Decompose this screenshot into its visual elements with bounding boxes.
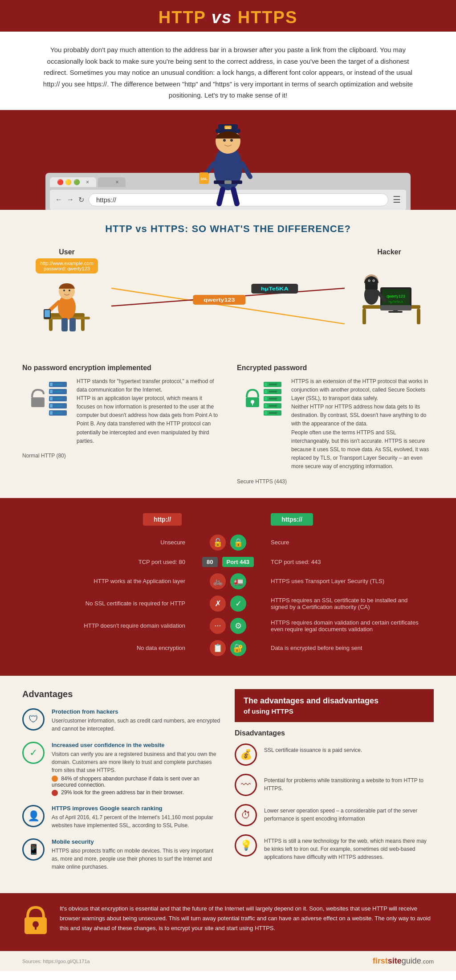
svg-text:qwerty123: qwerty123 [387, 294, 405, 298]
hacker-label: Hacker [345, 248, 434, 256]
footer-text: It's obvious that encryption is essentia… [60, 904, 434, 933]
svg-rect-53 [50, 383, 53, 386]
intro-section: You probably don't pay much attention to… [0, 32, 456, 112]
row3-left: HTTP works at the Application layer [36, 578, 192, 584]
user-speech-bubble: http://www.example.com password: qwerty1… [36, 258, 98, 274]
disadvantages-subtitle: Disadvantages [235, 729, 434, 737]
cross-icon: ✗ [210, 596, 226, 612]
svg-line-26 [49, 302, 59, 311]
brand-first: first [373, 956, 388, 965]
person-search-icon: 👤 [22, 805, 45, 827]
browser-tab-2[interactable]: × [98, 177, 126, 187]
svg-line-9 [242, 163, 250, 177]
https-description: HTTPS is an extension of the HTTP protoc… [291, 377, 434, 475]
svg-rect-84 [269, 412, 277, 414]
menu-button[interactable]: ☰ [393, 194, 401, 205]
svg-rect-74 [265, 390, 267, 393]
svg-rect-66 [54, 412, 62, 414]
footer-source: Sources: https://goo.gl/QL171a [22, 959, 90, 964]
pie-chart-84-icon [52, 776, 58, 782]
svg-point-6 [223, 139, 226, 142]
forward-button[interactable]: → [67, 196, 74, 204]
footer-bottom: Sources: https://goo.gl/QL171a firstsite… [0, 951, 456, 971]
brand-site: site [388, 956, 402, 965]
port-80-badge: 80 [202, 557, 217, 567]
refresh-button[interactable]: ↻ [78, 196, 84, 204]
svg-rect-71 [265, 383, 267, 386]
svg-text:SSL: SSL [225, 127, 231, 129]
difference-content: User http://www.example.com password: qw… [22, 248, 434, 342]
user-side: User http://www.example.com password: qw… [22, 248, 111, 335]
svg-rect-83 [265, 411, 267, 415]
row6-right: Data is encrypted before being sent [264, 645, 420, 651]
svg-rect-24 [61, 318, 68, 331]
svg-rect-65 [50, 411, 53, 415]
svg-line-10 [219, 189, 223, 204]
disadvantage-3-text: Lower server operation speed – a conside… [264, 804, 434, 823]
table-row-5: HTTP doesn't require domain validation ·… [36, 618, 420, 634]
police-figure: SSL SSL [192, 114, 264, 210]
row6-icons: 📋 🔐 [192, 640, 264, 656]
disadvantage-item-3: ⏱ Lower server operation speed – a consi… [235, 804, 434, 826]
https-column: Encrypted password [237, 364, 434, 485]
page-title: HTTP vs HTTPS [4, 8, 452, 27]
row4-left: No SSL certificate is required for HTTP [36, 600, 192, 607]
svg-rect-35 [417, 309, 420, 324]
svg-point-48 [373, 280, 375, 281]
advantage-item-2: ✓ Increased user confidence in the websi… [22, 742, 221, 796]
user-label: User [22, 248, 111, 256]
shield-icon: 🛡 [22, 708, 45, 731]
advantage-item-3: 👤 HTTPS improves Google search ranking A… [22, 805, 221, 829]
svg-rect-25 [69, 318, 76, 331]
http-https-comparison: No password encryption implemented [0, 355, 456, 498]
row4-right: HTTPS requires an SSL certificate to be … [264, 597, 420, 610]
disadvantages-header: The advantages and disadvantages of usin… [235, 689, 434, 722]
svg-rect-75 [269, 391, 277, 392]
disadvantage-item-1: 💰 SSL certificate issuance is a paid ser… [235, 743, 434, 766]
brand-guide: guide [402, 956, 421, 965]
browser-tab-1[interactable]: 🔴 🟡 🟢 × [50, 177, 96, 187]
no-encryption-title: No password encryption implemented [22, 364, 219, 372]
svg-rect-57 [54, 391, 62, 392]
disadvantage-2-text: Potential for problems while transitioni… [264, 774, 434, 792]
check-icon: ✓ [230, 596, 246, 612]
settings-icon: ⚙ [230, 618, 246, 634]
wave-icon: 〰 [235, 774, 257, 796]
disadvantage-item-2: 〰 Potential for problems while transitio… [235, 774, 434, 796]
svg-rect-81 [269, 405, 277, 407]
http-table-header: http:// [143, 513, 182, 526]
row3-right: HTTPS uses Transport Layer Security (TLS… [264, 578, 420, 584]
svg-rect-28 [45, 310, 50, 317]
svg-rect-41 [388, 311, 403, 313]
row5-icons: ··· ⚙ [192, 618, 264, 634]
svg-rect-44 [365, 282, 378, 290]
svg-rect-63 [54, 405, 62, 407]
disadvantage-4-text: HTTPS is still a new technology for the … [264, 834, 434, 861]
footer-lock-icon [22, 904, 49, 940]
advantage-1-text: Protection from hackers User/customer in… [52, 708, 221, 733]
pie-chart-29-icon [52, 790, 58, 796]
advantages-disadvantages-section: Advantages 🛡 Protection from hackers Use… [0, 676, 456, 894]
back-button[interactable]: ← [55, 196, 62, 204]
advantages-title: Advantages [22, 689, 221, 699]
row3-icons: 🚲 🚛 [192, 573, 264, 589]
row1-right: Secure [264, 539, 420, 546]
comparison-table-section: http:// https:// Unsecure 🔓 🔒 Secure TCP… [0, 500, 456, 676]
http-lock-open-icon: 🔓 [210, 535, 226, 551]
difference-title: HTTP vs HTTPS: SO WHAT'S THE DIFFERENCE? [22, 223, 434, 235]
footer-section: It's obvious that encryption is essentia… [0, 893, 456, 951]
http-label: HTTP [159, 8, 206, 27]
table-row-6: No data encryption 📋 🔐 Data is encrypted… [36, 640, 420, 656]
encrypted-title: Encrypted password [237, 364, 434, 372]
http-port-label: Normal HTTP (80) [22, 453, 219, 459]
table-row-3: HTTP works at the Application layer 🚲 🚛 … [36, 573, 420, 589]
advantage-2-text: Increased user confidence in the website… [52, 742, 221, 796]
https-port-label: Secure HTTPS (443) [237, 478, 434, 485]
svg-rect-77 [265, 397, 267, 400]
row2-icons: 80 Port 443 [192, 557, 264, 567]
table-row-1: Unsecure 🔓 🔒 Secure [36, 535, 420, 551]
svg-line-11 [233, 189, 237, 204]
port-443-badge: Port 443 [222, 557, 254, 567]
advantages-column: Advantages 🛡 Protection from hackers Use… [22, 689, 221, 880]
svg-rect-49 [380, 305, 411, 310]
